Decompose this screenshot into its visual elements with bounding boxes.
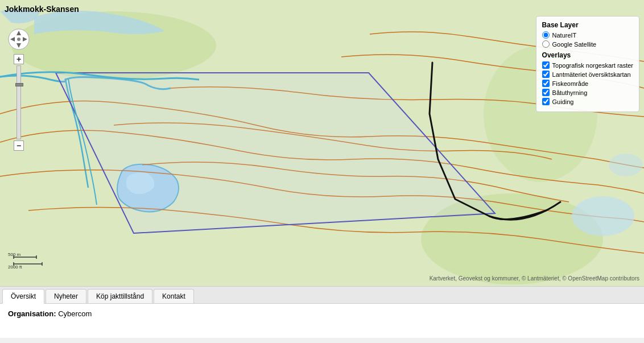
org-label: Organisation: bbox=[8, 309, 56, 318]
org-line: Organisation: Cybercom bbox=[8, 309, 636, 318]
overlay-guiding-label: Guiding bbox=[552, 98, 574, 105]
tabs-bar: Översikt Nyheter Köp jakttillstånd Konta… bbox=[0, 287, 644, 304]
org-value-text: Cybercom bbox=[58, 309, 92, 318]
overlay-lantmatiet-label: Lantmäteriet översiktskartan bbox=[552, 71, 631, 78]
zoom-slider[interactable] bbox=[16, 65, 21, 139]
tab-nyheter[interactable]: Nyheter bbox=[46, 289, 86, 303]
svg-point-5 bbox=[609, 154, 643, 176]
tab-oversikt[interactable]: Översikt bbox=[2, 289, 44, 304]
map-title: Jokkmokk-Skansen bbox=[5, 5, 79, 14]
base-layer-natureit[interactable]: NatureIT bbox=[542, 31, 633, 39]
overlay-batuthyrning-label: Båtuthyrning bbox=[552, 89, 588, 96]
overlay-lantmatiet[interactable]: Lantmäteriet översiktskartan bbox=[542, 71, 633, 78]
nav-control[interactable]: + − bbox=[8, 28, 30, 151]
overlay-batuthyrning[interactable]: Båtuthyrning bbox=[542, 89, 633, 96]
overlays-title: Overlays bbox=[542, 51, 633, 59]
zoom-out-button[interactable]: − bbox=[14, 140, 24, 151]
tab-kop-jakttillstand[interactable]: Köp jakttillstånd bbox=[88, 289, 152, 303]
scale-bar: 500 m 2000 ft bbox=[8, 251, 48, 270]
natureit-label: NatureIT bbox=[552, 32, 577, 39]
tab-content: Organisation: Cybercom bbox=[0, 304, 644, 338]
svg-point-11 bbox=[17, 38, 20, 41]
bottom-area: Översikt Nyheter Köp jakttillstånd Konta… bbox=[0, 286, 644, 338]
tab-kontakt[interactable]: Kontakt bbox=[154, 289, 194, 303]
zoom-in-button[interactable]: + bbox=[14, 54, 24, 64]
pan-control[interactable] bbox=[8, 28, 30, 50]
svg-text:2000 ft: 2000 ft bbox=[8, 265, 22, 268]
overlay-fiskeomrade-label: Fiskeområde bbox=[552, 80, 589, 87]
base-layer-google[interactable]: Google Satellite bbox=[542, 40, 633, 48]
layer-panel: Base Layer NatureIT Google Satellite Ove… bbox=[536, 16, 639, 112]
svg-text:500 m: 500 m bbox=[8, 252, 21, 257]
google-satellite-label: Google Satellite bbox=[552, 41, 597, 48]
overlay-topo-label: Topografisk norgeskart raster bbox=[552, 62, 633, 69]
overlay-guiding[interactable]: Guiding bbox=[542, 98, 633, 105]
zoom-slider-thumb[interactable] bbox=[15, 83, 23, 86]
overlay-topo[interactable]: Topografisk norgeskart raster bbox=[542, 61, 633, 69]
base-layer-title: Base Layer bbox=[542, 21, 633, 29]
map-attribution: Kartverket, Geovekst og kommuner, © Lant… bbox=[430, 275, 639, 282]
svg-point-4 bbox=[572, 196, 634, 236]
map-container[interactable]: Jokkmokk-Skansen + bbox=[0, 0, 644, 286]
overlay-fiskeomrade[interactable]: Fiskeområde bbox=[542, 80, 633, 87]
